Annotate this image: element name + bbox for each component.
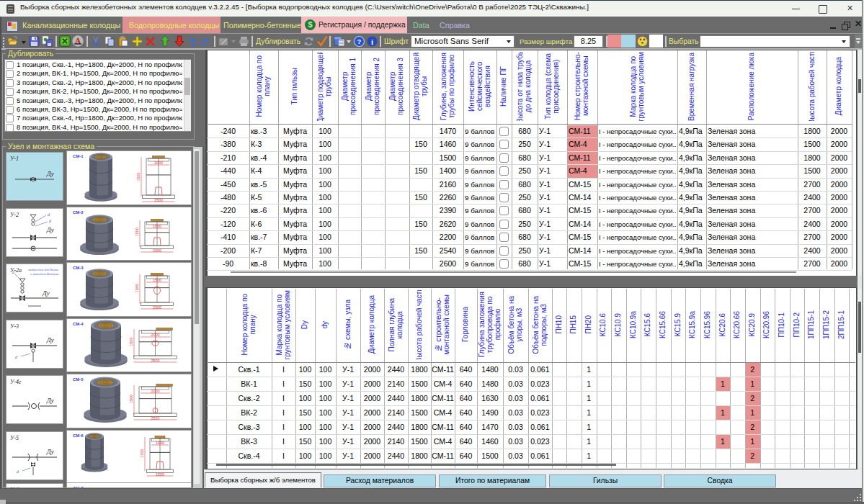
svg-text:2500: 2500 [151, 416, 159, 420]
svg-text:1500: 1500 [156, 472, 164, 476]
svg-text:1500: 1500 [136, 172, 141, 181]
svg-text:1500: 1500 [129, 395, 133, 403]
svg-text:2000: 2000 [153, 305, 161, 310]
svg-text:задвижка для Воды: задвижка для Воды [27, 268, 59, 271]
svg-text:1500: 1500 [135, 284, 139, 292]
svg-text:2000: 2000 [151, 333, 159, 337]
svg-text:1000: 1000 [156, 441, 164, 445]
svg-text:d: d [12, 270, 15, 274]
svg-text:?: ? [357, 37, 362, 45]
svg-text:1500: 1500 [154, 198, 163, 202]
svg-text:2000: 2000 [153, 248, 161, 252]
svg-text:2500: 2500 [151, 358, 159, 362]
svg-text:Ду: Ду [46, 397, 54, 404]
svg-text:1500: 1500 [153, 224, 161, 228]
svg-text:Ду: Ду [46, 448, 54, 455]
svg-text:d: d [15, 355, 18, 359]
svg-text:с выходом Воздуха: с выходом Воздуха [30, 272, 59, 276]
svg-text:d: d [17, 469, 19, 474]
svg-text:Ду: Ду [46, 170, 54, 177]
svg-text:d: d [48, 212, 50, 217]
svg-text:i: i [371, 37, 373, 46]
svg-text:1000: 1000 [140, 449, 144, 457]
svg-text:2000: 2000 [151, 389, 159, 393]
svg-text:1500: 1500 [153, 278, 161, 282]
svg-text:d: d [49, 219, 52, 223]
svg-text:Ду: Ду [42, 289, 50, 297]
svg-text:1000: 1000 [154, 161, 163, 165]
svg-text:Ду: Ду [46, 336, 54, 343]
svg-text:Ду: Ду [46, 226, 54, 233]
svg-text:1500: 1500 [135, 228, 139, 236]
svg-text:1500: 1500 [129, 337, 133, 346]
